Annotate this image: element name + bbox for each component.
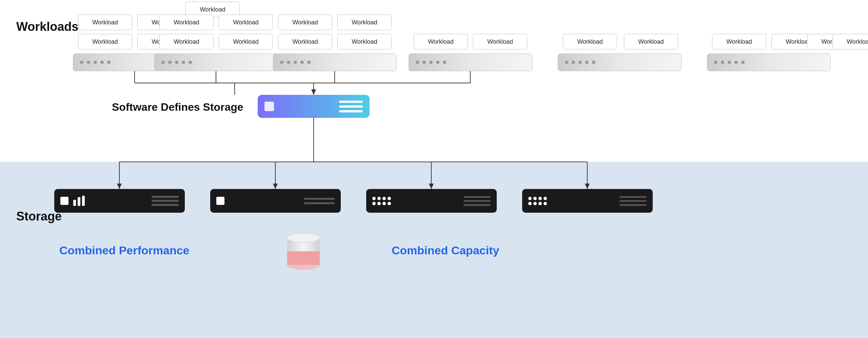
storage-square-icon: [216, 197, 224, 205]
storage-lines-icon: [152, 196, 179, 206]
dot: [107, 61, 111, 64]
dot: [416, 61, 419, 64]
storage-device-bar: [210, 189, 341, 213]
workload-box: Workload: [337, 15, 392, 30]
dot: [734, 61, 738, 64]
sds-lines-icon: [339, 101, 363, 112]
namespace-bar: [409, 54, 532, 71]
storage-lines-icon: [304, 198, 335, 204]
storage-device-bar: [54, 189, 185, 213]
storage-lines-icon: [619, 196, 647, 206]
dot: [100, 61, 104, 64]
storage-dot-grid-icon: [528, 197, 547, 205]
dot: [182, 61, 185, 64]
workloads-label: Workloads: [16, 20, 78, 34]
workload-box: Workload: [78, 34, 132, 49]
dot: [429, 61, 433, 64]
dot: [307, 61, 311, 64]
dot: [300, 61, 304, 64]
workload-box: Workload: [832, 34, 868, 49]
storage-lines-icon: [463, 196, 491, 206]
dot: [585, 61, 589, 64]
dot: [578, 61, 582, 64]
workload-box: Workload: [159, 15, 214, 30]
dot: [443, 61, 446, 64]
storage-dot-grid-icon: [372, 197, 391, 205]
sds-label: Software Defines Storage: [112, 101, 243, 113]
dot: [168, 61, 172, 64]
dot: [294, 61, 297, 64]
namespace-bar: [707, 54, 831, 71]
workload-box: Workload: [219, 34, 273, 49]
workload-box: Workload: [473, 34, 527, 49]
storage-square-icon: [60, 197, 68, 205]
dot: [87, 61, 90, 64]
dot: [714, 61, 717, 64]
dot: [422, 61, 426, 64]
dot: [728, 61, 731, 64]
dot: [592, 61, 595, 64]
workload-box: Workload: [624, 34, 678, 49]
svg-rect-3: [287, 251, 320, 265]
storage-device-bar: [366, 189, 497, 213]
workload-box: Workload: [219, 15, 273, 30]
dot: [94, 61, 97, 64]
dot: [161, 61, 165, 64]
dot: [572, 61, 575, 64]
namespace-bar: [558, 54, 682, 71]
workload-box: Workload: [563, 34, 617, 49]
workload-box: Workload: [712, 34, 766, 49]
namespace-bar: [154, 54, 278, 71]
workload-box: Workload: [159, 34, 214, 49]
svg-point-4: [287, 233, 320, 242]
dot: [721, 61, 724, 64]
dot: [436, 61, 439, 64]
workload-box: Workload: [78, 15, 132, 30]
workload-box: Workload: [414, 34, 468, 49]
dot: [80, 61, 83, 64]
dot: [175, 61, 178, 64]
dot: [741, 61, 745, 64]
namespace-bar: [273, 54, 397, 71]
workload-box: Workload: [278, 34, 332, 49]
combined-capacity-label: Combined Capacity: [392, 244, 499, 257]
storage-device-bar: [522, 189, 653, 213]
workload-box: Workload: [278, 15, 332, 30]
dot: [565, 61, 568, 64]
combined-performance-label: Combined Performance: [59, 244, 190, 257]
svg-marker-23: [311, 89, 316, 95]
dot: [189, 61, 192, 64]
sds-bar: [258, 95, 370, 118]
storage-perf-icon: [73, 196, 85, 206]
dot: [287, 61, 290, 64]
workload-box: Workload: [337, 34, 392, 49]
dot: [280, 61, 283, 64]
cylinder-icon: [285, 228, 322, 272]
sds-square-icon: [264, 102, 274, 111]
